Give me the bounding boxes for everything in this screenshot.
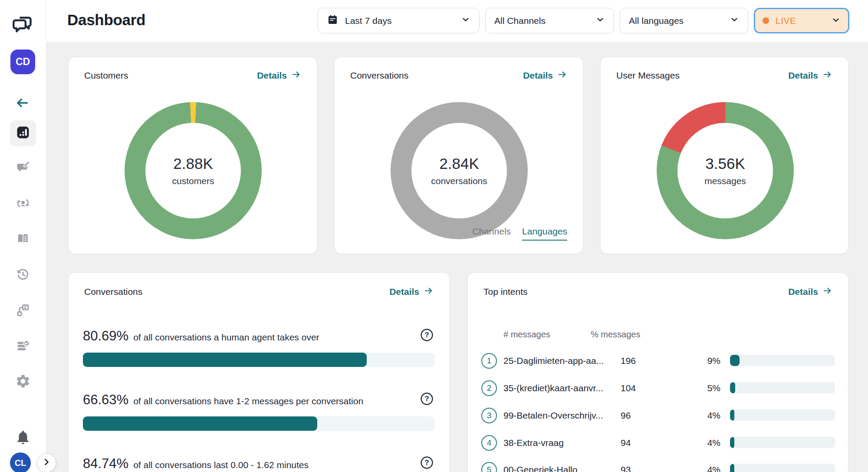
filter-bar: Last 7 days All Channels All languages L…	[318, 8, 849, 33]
intent-row[interactable]: 2 35-(krediet)kaart-aanvr... 104 5%	[468, 380, 848, 397]
tab-channels[interactable]: Channels	[472, 226, 511, 241]
intent-name: 35-(krediet)kaart-aanvr...	[503, 383, 603, 393]
user-messages-donut-chart: 3.56K messages	[657, 102, 794, 239]
customers-card: Customers Details 2.88K customers	[68, 57, 317, 254]
sidebar-item-knowledge[interactable]	[15, 231, 31, 247]
rank-badge: 2	[481, 380, 497, 396]
card-title: Conversations	[350, 70, 408, 81]
intent-mini-bar	[730, 437, 835, 448]
intent-name: 00-Generiek-Hallo	[503, 465, 577, 472]
svg-text:?: ?	[424, 395, 429, 403]
help-icon[interactable]: ?	[420, 392, 434, 406]
flow-diagram-icon	[15, 312, 31, 319]
help-icon[interactable]: ?	[420, 328, 434, 342]
intent-pct: 4%	[672, 438, 720, 448]
stat-text: of all conversations a human agent takes…	[133, 332, 319, 343]
intent-row[interactable]: 4 38-Extra-vraag 94 4%	[468, 434, 848, 452]
customers-value: 2.88K	[173, 155, 213, 172]
intent-pct: 9%	[672, 356, 720, 366]
svg-text:?: ?	[424, 459, 429, 467]
intent-row[interactable]: 5 00-Generiek-Hallo 93 4%	[468, 461, 848, 472]
sidebar-item-bot-builder[interactable]	[15, 160, 31, 175]
calendar-icon	[327, 14, 339, 28]
column-header-messages: # messages	[503, 330, 550, 340]
intent-mini-bar	[730, 355, 835, 366]
arrow-right-icon	[291, 69, 301, 82]
conversations-details-link[interactable]: Details	[523, 69, 567, 82]
arrow-right-icon	[822, 286, 832, 298]
user-avatar[interactable]: CL	[10, 452, 31, 472]
user-messages-unit: messages	[704, 176, 746, 186]
stat-duration: 84.74% of all conversations last 0.00 - …	[83, 456, 435, 472]
intent-count: 96	[621, 410, 631, 421]
sidebar-item-automation[interactable]	[15, 195, 31, 211]
conversations-donut-chart: 2.84K conversations	[391, 102, 528, 239]
donut-breakdown-tabs: Channels Languages	[472, 226, 567, 241]
conversations-value: 2.84K	[439, 155, 479, 172]
chevron-down-icon	[730, 15, 739, 26]
top-intents-details-link[interactable]: Details	[788, 286, 832, 298]
customers-unit: customers	[172, 176, 214, 186]
sidebar-item-flows[interactable]	[15, 302, 31, 318]
sidebar-expand-button[interactable]	[37, 453, 56, 472]
conversations-unit: conversations	[431, 176, 487, 186]
tab-languages[interactable]: Languages	[522, 226, 567, 241]
user-messages-card: User Messages Details 3.56K messages	[600, 57, 848, 254]
intent-count: 93	[621, 465, 631, 472]
live-label: LIVE	[776, 16, 796, 26]
intent-pct: 4%	[672, 465, 720, 472]
stat-text: of all conversations last 0.00 - 1.62 mi…	[133, 460, 309, 470]
svg-text:?: ?	[424, 331, 429, 339]
date-range-value: Last 7 days	[345, 16, 391, 26]
help-icon[interactable]: ?	[420, 456, 434, 469]
stat-value: 80.69%	[83, 328, 128, 344]
sidebar-nav	[0, 160, 46, 389]
stat-value: 84.74%	[83, 456, 128, 472]
intent-name: 25-Daglimieten-app-aa...	[503, 356, 604, 366]
sidebar-item-history[interactable]	[15, 267, 31, 282]
sidebar-item-analytics[interactable]	[10, 120, 36, 146]
intent-name: 38-Extra-vraag	[503, 438, 564, 448]
intent-count: 104	[621, 383, 636, 393]
languages-dropdown[interactable]: All languages	[620, 8, 748, 33]
conversation-stats-details-link[interactable]: Details	[389, 286, 434, 298]
intent-pct: 5%	[672, 383, 720, 393]
conversation-stats-card: Conversations Details 80.69% of all conv…	[68, 272, 450, 472]
collapse-back-icon[interactable]	[13, 94, 31, 112]
notifications-bell-icon[interactable]	[15, 429, 31, 446]
arrow-right-icon	[424, 286, 434, 298]
stat-progress-bar	[83, 416, 435, 431]
intent-count: 196	[621, 356, 636, 366]
user-messages-details-link[interactable]: Details	[788, 69, 832, 82]
intent-row[interactable]: 3 99-Betalen-Overschrijv... 96 4%	[468, 407, 848, 424]
sidebar-item-settings[interactable]	[15, 373, 31, 389]
card-title: Top intents	[483, 287, 528, 297]
workspace-avatar[interactable]: CD	[10, 50, 35, 74]
stat-progress-bar	[83, 353, 435, 367]
history-clock-icon	[15, 276, 31, 284]
chat-edit-icon	[15, 169, 31, 177]
sidebar-item-data[interactable]	[15, 338, 31, 353]
intent-count: 94	[621, 438, 631, 448]
date-range-dropdown[interactable]: Last 7 days	[318, 8, 480, 33]
arrow-right-icon	[557, 69, 567, 82]
orbit-arrows-icon	[15, 205, 31, 212]
customers-details-link[interactable]: Details	[257, 69, 301, 82]
channels-dropdown[interactable]: All Channels	[485, 8, 614, 33]
top-intents-card: Top intents Details # messages % message…	[467, 272, 848, 472]
environment-live-dropdown[interactable]: LIVE	[754, 8, 849, 33]
page-title: Dashboard	[67, 11, 145, 29]
intent-pct: 4%	[672, 410, 720, 421]
app-logo-icon[interactable]	[11, 12, 35, 36]
arrow-right-icon	[822, 69, 832, 82]
intent-mini-bar	[730, 409, 835, 421]
chevron-down-icon	[595, 15, 605, 26]
intent-mini-bar	[730, 382, 835, 393]
rank-badge: 4	[481, 435, 497, 451]
rank-badge: 3	[481, 408, 497, 423]
rank-badge: 1	[481, 353, 497, 369]
card-title: User Messages	[616, 70, 680, 81]
intent-row[interactable]: 1 25-Daglimieten-app-aa... 196 9%	[468, 352, 848, 370]
settings-gear-icon	[15, 383, 31, 390]
stat-value: 66.63%	[83, 392, 128, 408]
